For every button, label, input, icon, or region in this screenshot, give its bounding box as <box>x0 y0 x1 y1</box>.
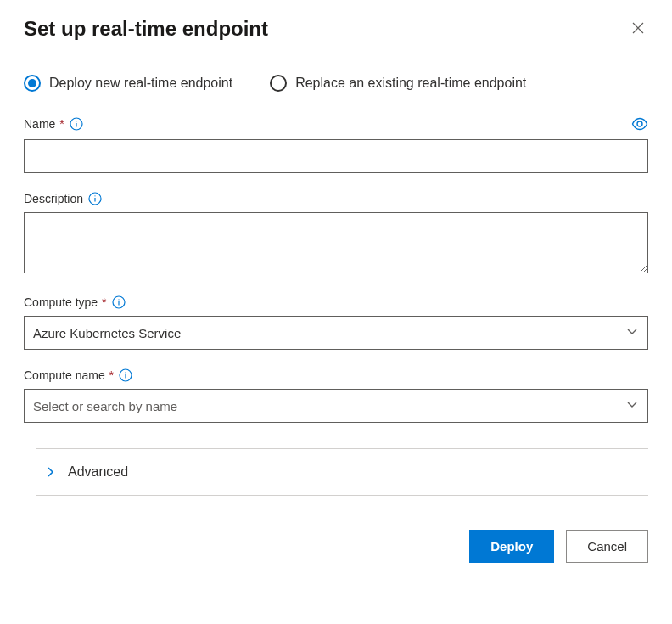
chevron-right-icon <box>44 466 56 478</box>
name-input[interactable] <box>24 139 648 173</box>
close-icon <box>631 21 645 37</box>
radio-deploy-new-label: Deploy new real-time endpoint <box>49 76 232 91</box>
svg-point-6 <box>118 299 119 300</box>
compute-name-select[interactable]: Select or search by name <box>24 389 648 423</box>
description-input[interactable] <box>24 212 648 273</box>
compute-type-label: Compute type * <box>24 295 107 309</box>
svg-point-4 <box>94 195 95 196</box>
compute-name-label: Compute name * <box>24 368 114 382</box>
description-label: Description <box>24 192 83 205</box>
radio-replace-existing[interactable]: Replace an existing real-time endpoint <box>270 75 526 92</box>
advanced-label: Advanced <box>68 464 128 480</box>
close-button[interactable] <box>628 19 648 39</box>
radio-unselected-icon <box>270 75 287 92</box>
deploy-button[interactable]: Deploy <box>469 530 554 563</box>
cancel-button[interactable]: Cancel <box>566 530 648 563</box>
info-icon[interactable] <box>70 117 83 131</box>
svg-point-8 <box>125 372 126 373</box>
svg-point-2 <box>637 121 642 126</box>
svg-point-1 <box>76 121 76 121</box>
radio-selected-icon <box>24 75 41 92</box>
radio-replace-existing-label: Replace an existing real-time endpoint <box>295 76 526 91</box>
info-icon[interactable] <box>119 368 132 382</box>
info-icon[interactable] <box>88 192 102 205</box>
page-title: Set up real-time endpoint <box>24 17 268 41</box>
radio-deploy-new[interactable]: Deploy new real-time endpoint <box>24 75 232 92</box>
compute-type-select[interactable]: Azure Kubernetes Service <box>24 316 648 350</box>
name-label: Name * <box>24 117 64 131</box>
info-icon[interactable] <box>112 295 126 309</box>
eye-icon[interactable] <box>631 115 648 132</box>
advanced-toggle[interactable]: Advanced <box>36 464 648 480</box>
